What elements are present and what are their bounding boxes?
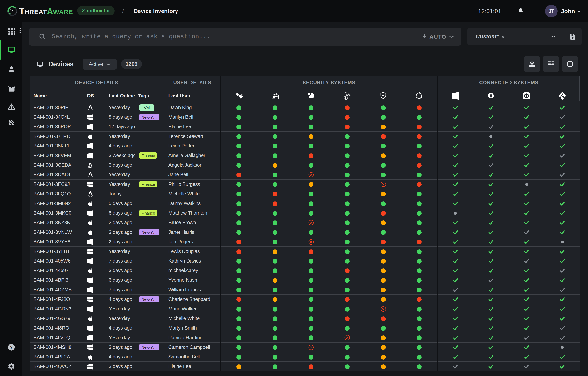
svg-text:?: ? xyxy=(10,345,13,350)
